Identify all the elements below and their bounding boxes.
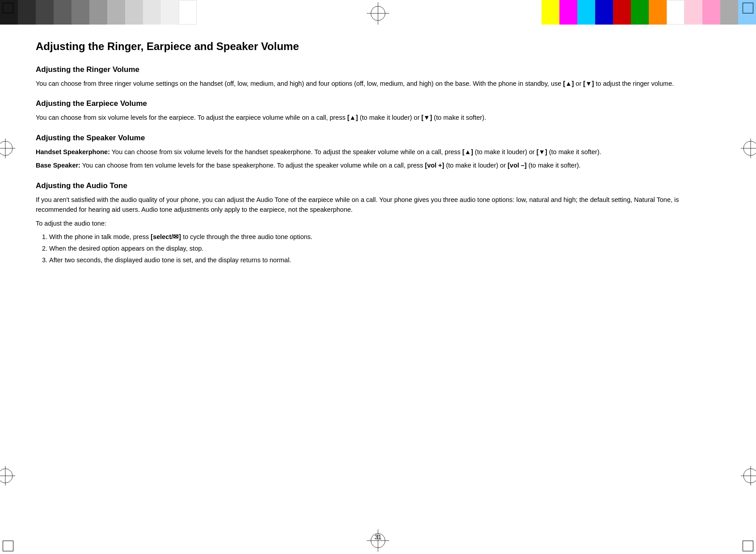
swatch-3 <box>36 0 54 25</box>
section-earpiece-para: You can choose from six volume levels fo… <box>36 113 720 122</box>
color-bar-left <box>0 0 197 25</box>
swatch-11 <box>179 0 197 25</box>
section-speaker-title: Adjusting the Speaker Volume <box>36 134 720 143</box>
swatch-4 <box>54 0 71 25</box>
swatch-2 <box>18 0 36 25</box>
corner-box-bl <box>3 541 13 551</box>
section-audio-tone: Adjusting the Audio Tone If you aren't s… <box>36 181 720 266</box>
swatch-white <box>667 0 685 25</box>
section-ringer-title: Adjusting the Ringer Volume <box>36 65 720 74</box>
swatch-6 <box>89 0 107 25</box>
corner-box-br <box>743 541 753 551</box>
swatch-orange <box>649 0 667 25</box>
crosshair-bottom <box>367 529 389 553</box>
reg-mark-left-bottom <box>0 466 15 487</box>
swatch-7 <box>107 0 125 25</box>
audio-tone-steps: With the phone in talk mode, press [sele… <box>49 232 720 266</box>
swatch-yellow <box>542 0 559 25</box>
corner-box-tr <box>743 3 753 13</box>
swatch-5 <box>71 0 89 25</box>
swatch-green <box>631 0 649 25</box>
section-speaker-handset: Handset Speakerphone: You can choose fro… <box>36 147 720 157</box>
swatch-8 <box>125 0 143 25</box>
swatch-med-gray <box>720 0 738 25</box>
color-bar-right <box>542 0 756 25</box>
step-2: When the desired option appears on the d… <box>49 243 720 254</box>
swatch-blue <box>595 0 613 25</box>
swatch-pink <box>702 0 720 25</box>
swatch-light-pink <box>685 0 702 25</box>
swatch-9 <box>143 0 161 25</box>
reg-mark-left-top <box>0 138 15 159</box>
main-content: Adjusting the Ringer, Earpiece and Speak… <box>36 40 720 518</box>
corner-box-tl <box>3 3 13 13</box>
section-ringer-para: You can choose from three ringer volume … <box>36 79 720 88</box>
crosshair-top <box>367 2 389 26</box>
section-earpiece: Adjusting the Earpiece Volume You can ch… <box>36 99 720 122</box>
swatch-10 <box>161 0 179 25</box>
section-audio-tone-instruction: To adjust the audio tone: <box>36 218 720 228</box>
swatch-cyan <box>577 0 595 25</box>
section-speaker-base: Base Speaker: You can choose from ten vo… <box>36 160 720 170</box>
swatch-magenta <box>559 0 577 25</box>
section-audio-tone-intro: If you aren't satisfied with the audio q… <box>36 195 720 215</box>
reg-mark-right-top <box>741 138 756 159</box>
swatch-red <box>613 0 631 25</box>
page-title: Adjusting the Ringer, Earpiece and Speak… <box>36 40 720 53</box>
section-earpiece-title: Adjusting the Earpiece Volume <box>36 99 720 108</box>
section-speaker: Adjusting the Speaker Volume Handset Spe… <box>36 134 720 171</box>
section-audio-tone-title: Adjusting the Audio Tone <box>36 181 720 190</box>
section-ringer: Adjusting the Ringer Volume You can choo… <box>36 65 720 88</box>
reg-mark-right-bottom <box>741 466 756 487</box>
step-3: After two seconds, the displayed audio t… <box>49 255 720 266</box>
step-1: With the phone in talk mode, press [sele… <box>49 232 720 243</box>
page-number: 31 <box>374 533 382 541</box>
